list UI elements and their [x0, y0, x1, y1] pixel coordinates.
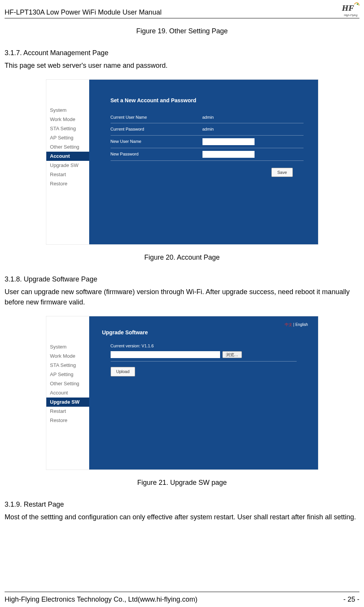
input-new-password[interactable]: [202, 151, 255, 158]
value-current-password: admin: [202, 126, 214, 133]
sidebar-item-upgrade-sw[interactable]: Upgrade SW: [46, 398, 89, 407]
account-main: Set a New Account and Password Current U…: [89, 80, 318, 244]
section-317-text: This page set web server's user name and…: [5, 61, 359, 71]
account-panel-title: Set a New Account and Password: [111, 97, 308, 105]
sidebar-item-restart[interactable]: Restart: [46, 170, 89, 179]
lang-zh-link[interactable]: 中文: [285, 322, 292, 327]
figure-20: System Work Mode STA Setting AP Setting …: [5, 79, 359, 245]
footer-company: High-Flying Electronics Technology Co., …: [5, 594, 198, 605]
upload-button[interactable]: Upload: [111, 367, 135, 376]
lang-separator: |: [292, 322, 295, 327]
figure-20-caption: Figure 20. Account Page: [5, 252, 359, 263]
logo-text: HF: [342, 3, 359, 13]
current-version-label: Current version: V1.1.6: [111, 343, 308, 349]
upgrade-divider: [111, 361, 297, 362]
figure-21-caption: Figure 21. Upgrade SW page: [5, 478, 359, 488]
upgrade-sidebar: System Work Mode STA Setting AP Setting …: [46, 316, 89, 470]
figure-21: System Work Mode STA Setting AP Setting …: [5, 316, 359, 470]
row-new-password: New Password: [111, 148, 304, 161]
save-button[interactable]: Save: [271, 168, 292, 177]
section-318-heading: 3.1.8. Upgrade Software Page: [5, 274, 359, 285]
upgrade-main: 中文 | English Upgrade Software Current ve…: [89, 316, 318, 470]
section-319-text: Most of the settting and configuration c…: [5, 512, 359, 522]
sidebar-item-restart[interactable]: Restart: [46, 407, 89, 416]
sidebar-item-account[interactable]: Account: [46, 388, 89, 398]
page-footer: High-Flying Electronics Technology Co., …: [5, 592, 359, 605]
section-318-text: User can upgrade new software (firmware)…: [5, 287, 359, 308]
sidebar-item-work-mode[interactable]: Work Mode: [46, 352, 89, 361]
sidebar-item-ap-setting[interactable]: AP Setting: [46, 370, 89, 379]
sidebar-item-account[interactable]: Account: [46, 152, 89, 161]
file-path-input[interactable]: [111, 351, 220, 358]
row-new-user: New User Name: [111, 136, 304, 148]
sidebar-item-other-setting[interactable]: Other Setting: [46, 142, 89, 152]
row-current-password: Current Password admin: [111, 123, 304, 136]
section-319-heading: 3.1.9. Restart Page: [5, 499, 359, 510]
label-current-password: Current Password: [111, 126, 202, 133]
language-bar: 中文 | English: [99, 322, 308, 326]
figure-19-caption: Figure 19. Other Setting Page: [5, 26, 359, 36]
file-select-row: 浏览…: [111, 351, 308, 358]
browse-button[interactable]: 浏览…: [222, 351, 242, 358]
section-317-heading: 3.1.7. Account Management Page: [5, 48, 359, 58]
sidebar-item-restore[interactable]: Restore: [46, 416, 89, 425]
account-app-panel: System Work Mode STA Setting AP Setting …: [46, 79, 318, 245]
sidebar-item-sta-setting[interactable]: STA Setting: [46, 361, 89, 370]
upgrade-app-panel: System Work Mode STA Setting AP Setting …: [46, 316, 318, 470]
sidebar-item-upgrade-sw[interactable]: Upgrade SW: [46, 161, 89, 170]
sidebar-item-restore[interactable]: Restore: [46, 179, 89, 188]
brand-logo: HF High-Flying: [342, 2, 359, 18]
logo-subtext: High-Flying: [342, 13, 359, 18]
row-current-user: Current User Name admin: [111, 111, 304, 124]
account-sidebar: System Work Mode STA Setting AP Setting …: [46, 80, 89, 244]
sidebar-item-ap-setting[interactable]: AP Setting: [46, 133, 89, 142]
label-new-user: New User Name: [111, 138, 202, 145]
sidebar-item-system[interactable]: System: [46, 106, 89, 115]
lang-en-link[interactable]: English: [295, 322, 308, 327]
page-header: HF-LPT130A Low Power WiFi Module User Ma…: [5, 2, 359, 18]
input-new-user[interactable]: [202, 138, 255, 145]
sidebar-item-system[interactable]: System: [46, 342, 89, 352]
upgrade-panel-title: Upgrade Software: [102, 329, 308, 337]
sidebar-item-sta-setting[interactable]: STA Setting: [46, 124, 89, 133]
sidebar-item-other-setting[interactable]: Other Setting: [46, 379, 89, 388]
sidebar-item-work-mode[interactable]: Work Mode: [46, 115, 89, 124]
label-current-user: Current User Name: [111, 114, 202, 121]
value-current-user: admin: [202, 114, 214, 121]
footer-page-number: - 25 -: [343, 594, 359, 605]
label-new-password: New Password: [111, 151, 202, 157]
doc-title: HF-LPT130A Low Power WiFi Module User Ma…: [5, 7, 162, 18]
